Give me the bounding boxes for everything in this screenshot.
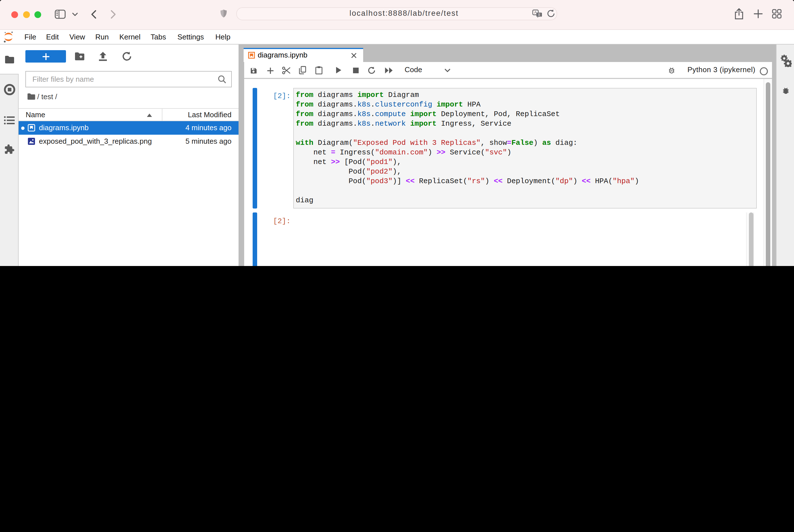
svg-text:文: 文 (537, 13, 541, 16)
